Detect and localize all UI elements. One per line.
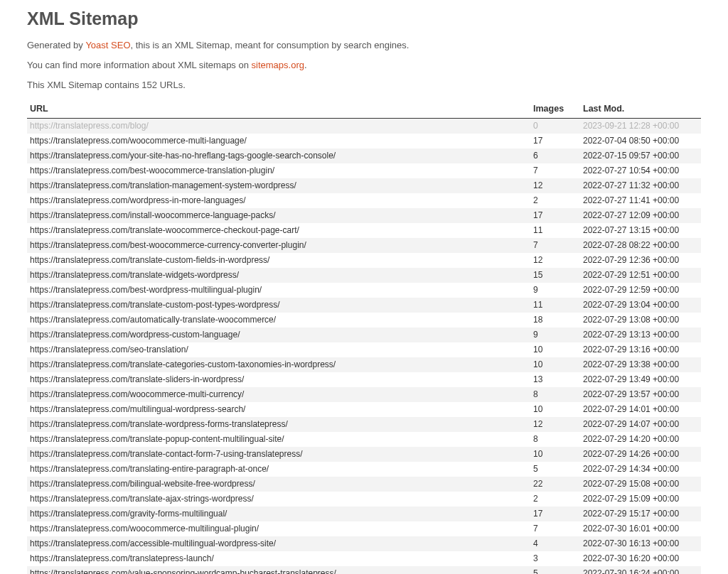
- sitemap-url-link[interactable]: https://translatepress.com/translatepres…: [30, 553, 214, 563]
- sitemap-url-link[interactable]: https://translatepress.com/translate-wor…: [30, 419, 288, 429]
- sitemap-url-link[interactable]: https://translatepress.com/best-woocomme…: [30, 240, 306, 250]
- images-count: 11: [530, 223, 580, 238]
- table-row: https://translatepress.com/your-site-has…: [27, 148, 701, 163]
- images-count: 0: [530, 118, 580, 134]
- sitemap-url-link[interactable]: https://translatepress.com/translate-cus…: [30, 300, 279, 310]
- table-row: https://translatepress.com/value-sponsor…: [27, 566, 701, 574]
- sitemap-url-link[interactable]: https://translatepress.com/woocommerce-m…: [30, 524, 259, 534]
- intro2-prefix: You can find more information about XML …: [27, 60, 252, 70]
- table-row: https://translatepress.com/gravity-forms…: [27, 507, 701, 521]
- sitemap-url-link[interactable]: https://translatepress.com/translate-cat…: [30, 359, 336, 369]
- images-count: 15: [530, 268, 580, 283]
- sitemap-url-link[interactable]: https://translatepress.com/value-sponsor…: [30, 568, 336, 574]
- table-row: https://translatepress.com/translate-con…: [27, 447, 701, 462]
- images-count: 7: [530, 163, 580, 178]
- images-count: 17: [530, 134, 580, 148]
- table-row: https://translatepress.com/best-woocomme…: [27, 163, 701, 178]
- sitemap-url-link[interactable]: https://translatepress.com/translate-wid…: [30, 270, 239, 280]
- sitemap-url-link[interactable]: https://translatepress.com/gravity-forms…: [30, 509, 227, 519]
- sitemaps-org-link[interactable]: sitemaps.org: [252, 60, 304, 70]
- last-modified: 2022-07-04 08:50 +00:00: [580, 134, 701, 148]
- sitemap-url-link[interactable]: https://translatepress.com/translate-cus…: [30, 255, 269, 265]
- sitemap-url-link[interactable]: https://translatepress.com/multilingual-…: [30, 404, 245, 414]
- sitemap-url-link[interactable]: https://translatepress.com/wordpress-cus…: [30, 330, 240, 340]
- last-modified: 2022-07-29 14:20 +00:00: [580, 432, 701, 447]
- sitemap-url-link[interactable]: https://translatepress.com/best-woocomme…: [30, 166, 274, 175]
- table-row: https://translatepress.com/translatepres…: [27, 551, 701, 566]
- last-modified: 2022-07-29 13:38 +00:00: [580, 357, 701, 372]
- images-count: 9: [530, 327, 580, 342]
- last-modified: 2022-07-29 15:09 +00:00: [580, 492, 701, 507]
- sitemap-url-link[interactable]: https://translatepress.com/translate-sli…: [30, 374, 244, 384]
- sitemap-url-link[interactable]: https://translatepress.com/install-wooco…: [30, 210, 275, 220]
- table-row: https://translatepress.com/wordpress-cus…: [27, 327, 701, 342]
- table-row: https://translatepress.com/install-wooco…: [27, 208, 701, 223]
- table-row: https://translatepress.com/automatically…: [27, 313, 701, 327]
- sitemap-url-link[interactable]: https://translatepress.com/automatically…: [30, 315, 276, 325]
- last-modified: 2022-07-29 15:17 +00:00: [580, 507, 701, 521]
- sitemap-table: URL Images Last Mod. https://translatepr…: [27, 99, 701, 574]
- images-count: 12: [530, 417, 580, 432]
- sitemap-url-link[interactable]: https://translatepress.com/accessible-mu…: [30, 538, 276, 548]
- last-modified: 2022-07-29 13:16 +00:00: [580, 342, 701, 357]
- sitemap-url-link[interactable]: https://translatepress.com/bilingual-web…: [30, 479, 255, 489]
- table-row: https://translatepress.com/seo-translati…: [27, 342, 701, 357]
- last-modified: 2022-07-29 14:26 +00:00: [580, 447, 701, 462]
- sitemap-url-link[interactable]: https://translatepress.com/translation-m…: [30, 180, 296, 190]
- images-count: 12: [530, 253, 580, 268]
- sitemap-url-link[interactable]: https://translatepress.com/translating-e…: [30, 464, 269, 474]
- last-modified: 2022-07-27 13:15 +00:00: [580, 223, 701, 238]
- sitemap-url-link[interactable]: https://translatepress.com/blog/: [30, 121, 149, 131]
- last-modified: 2022-07-29 13:13 +00:00: [580, 327, 701, 342]
- table-row: https://translatepress.com/translate-sli…: [27, 372, 701, 387]
- sitemap-url-link[interactable]: https://translatepress.com/best-wordpres…: [30, 285, 262, 295]
- intro-line-1: Generated by Yoast SEO, this is an XML S…: [27, 39, 701, 52]
- sitemap-url-link[interactable]: https://translatepress.com/woocommerce-m…: [30, 389, 244, 399]
- last-modified: 2022-07-30 16:13 +00:00: [580, 536, 701, 551]
- sitemap-url-link[interactable]: https://translatepress.com/translate-woo…: [30, 225, 299, 235]
- sitemap-url-link[interactable]: https://translatepress.com/wordpress-in-…: [30, 195, 245, 205]
- table-row: https://translatepress.com/woocommerce-m…: [27, 134, 701, 148]
- sitemap-url-link[interactable]: https://translatepress.com/translate-pop…: [30, 434, 284, 444]
- page-title: XML Sitemap: [27, 9, 701, 29]
- table-row: https://translatepress.com/blog/02023-09…: [27, 118, 701, 134]
- images-count: 8: [530, 432, 580, 447]
- images-count: 5: [530, 566, 580, 574]
- last-modified: 2022-07-29 14:01 +00:00: [580, 402, 701, 417]
- last-modified: 2022-07-27 11:41 +00:00: [580, 193, 701, 208]
- last-modified: 2022-07-30 16:24 +00:00: [580, 566, 701, 574]
- sitemap-url-link[interactable]: https://translatepress.com/your-site-has…: [30, 151, 336, 161]
- images-count: 3: [530, 551, 580, 566]
- table-row: https://translatepress.com/bilingual-web…: [27, 477, 701, 492]
- table-row: https://translatepress.com/translate-pop…: [27, 432, 701, 447]
- last-modified: 2022-07-29 14:07 +00:00: [580, 417, 701, 432]
- last-modified: 2022-07-29 14:34 +00:00: [580, 462, 701, 477]
- images-count: 13: [530, 372, 580, 387]
- images-count: 17: [530, 208, 580, 223]
- intro1-prefix: Generated by: [27, 40, 85, 50]
- column-header-lastmod: Last Mod.: [580, 99, 701, 119]
- images-count: 9: [530, 283, 580, 298]
- table-row: https://translatepress.com/translation-m…: [27, 178, 701, 193]
- sitemap-url-link[interactable]: https://translatepress.com/translate-aja…: [30, 494, 254, 504]
- last-modified: 2022-07-29 15:08 +00:00: [580, 477, 701, 492]
- images-count: 7: [530, 521, 580, 536]
- images-count: 2: [530, 492, 580, 507]
- last-modified: 2022-07-29 13:04 +00:00: [580, 298, 701, 313]
- images-count: 12: [530, 178, 580, 193]
- sitemap-url-link[interactable]: https://translatepress.com/seo-translati…: [30, 345, 188, 354]
- sitemap-url-link[interactable]: https://translatepress.com/woocommerce-m…: [30, 136, 247, 146]
- sitemap-url-link[interactable]: https://translatepress.com/translate-con…: [30, 449, 302, 459]
- images-count: 6: [530, 148, 580, 163]
- table-row: https://translatepress.com/translating-e…: [27, 462, 701, 477]
- intro1-suffix: , this is an XML Sitemap, meant for cons…: [131, 40, 410, 50]
- table-row: https://translatepress.com/translate-cus…: [27, 298, 701, 313]
- intro-line-2: You can find more information about XML …: [27, 59, 701, 72]
- table-row: https://translatepress.com/translate-wid…: [27, 268, 701, 283]
- last-modified: 2022-07-27 10:54 +00:00: [580, 163, 701, 178]
- last-modified: 2022-07-29 12:36 +00:00: [580, 253, 701, 268]
- table-row: https://translatepress.com/woocommerce-m…: [27, 521, 701, 536]
- last-modified: 2022-07-29 12:59 +00:00: [580, 283, 701, 298]
- yoast-seo-link[interactable]: Yoast SEO: [85, 40, 130, 50]
- images-count: 10: [530, 342, 580, 357]
